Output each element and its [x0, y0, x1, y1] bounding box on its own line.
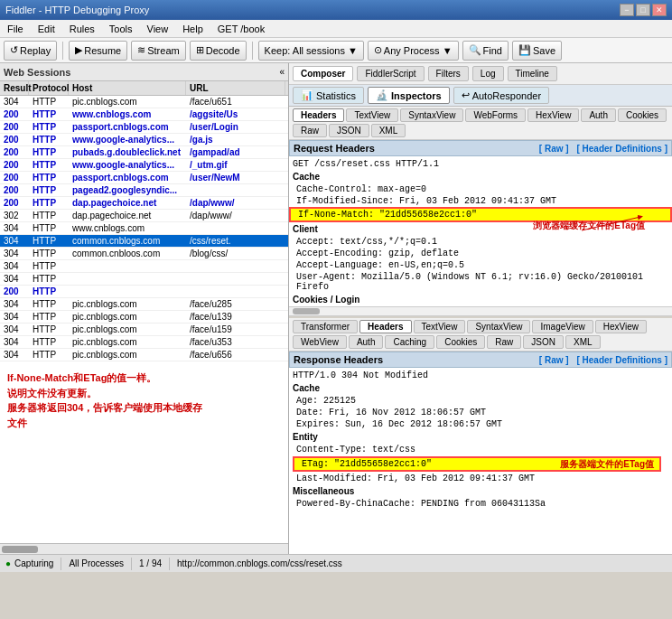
col-url-header: URL	[186, 81, 285, 95]
resp-header-def-link[interactable]: [ Header Definitions ]	[576, 355, 667, 365]
header-def-link[interactable]: [ Header Definitions ]	[576, 144, 667, 154]
stream-button[interactable]: ≋ Stream	[131, 41, 185, 61]
resp-tab-transformer[interactable]: Transformer	[293, 320, 358, 333]
menu-view[interactable]: View	[144, 23, 173, 35]
decode-button[interactable]: ⊞ Decode	[190, 41, 247, 61]
left-annotation-text: If-None-Match和ETag的值一样。 说明文件没有更新。 服务器将返回…	[7, 372, 202, 428]
tab-autoresponder[interactable]: ↩ AutoResponder	[453, 87, 549, 104]
table-row[interactable]: 304HTTPpic.cnblogs.com/face/u656	[0, 349, 288, 361]
stream-icon: ≋	[137, 44, 145, 56]
status-sep3	[169, 558, 170, 570]
table-row[interactable]: 304HTTPpic.cnblogs.com/face/u159	[0, 324, 288, 336]
url-status: http://common.cnblogs.com/css/reset.css	[177, 558, 342, 568]
resp-tab-cookies[interactable]: Cookies	[436, 335, 485, 349]
menu-help[interactable]: Help	[179, 23, 207, 35]
resp-tab-hexview[interactable]: HexView	[595, 320, 647, 333]
menubar: File Edit Rules Tools View Help GET /boo…	[0, 20, 672, 38]
resume-button[interactable]: ▶ Resume	[69, 41, 127, 61]
table-row[interactable]: 200HTTPdap.pagechoice.net/dap/www/	[0, 197, 288, 210]
table-row[interactable]: 200HTTPpubads.g.doubleclick.net/gampad/a…	[0, 146, 288, 159]
table-row[interactable]: 200HTTPpagead2.googlesyndic...	[0, 184, 288, 197]
toolbar: ↺ Replay ▶ Resume ≋ Stream ⊞ Decode Keep…	[0, 38, 672, 63]
col-host-header: Host	[69, 81, 186, 95]
table-row[interactable]: 304HTTPpic.cnblogs.com/face/u285	[0, 298, 288, 311]
keep-dropdown[interactable]: Keep: All sessions ▼	[258, 41, 364, 61]
tab-fiddlerscript[interactable]: FiddlerScript	[357, 66, 424, 81]
tab-statistics[interactable]: 📊 Statistics	[293, 87, 364, 104]
resume-label: Resume	[84, 45, 121, 56]
age-line: Age: 225125	[289, 395, 672, 407]
table-row[interactable]: 304HTTPcommon.cnblogs.com/css/reset.	[0, 235, 288, 248]
req-tab-textview[interactable]: TextView	[346, 108, 398, 122]
resp-tab-raw[interactable]: Raw	[487, 335, 521, 349]
req-tab-syntaxview[interactable]: SyntaxView	[400, 108, 463, 122]
collapse-button[interactable]: «	[279, 67, 285, 77]
cache-control-line: Cache-Control: max-age=0	[289, 183, 672, 195]
req-tab-raw[interactable]: Raw	[293, 124, 327, 137]
maximize-button[interactable]: □	[636, 4, 650, 16]
table-row[interactable]: 200HTTPwww.cnblogs.com/aggsite/Us	[0, 108, 288, 121]
resp-tab-xml[interactable]: XML	[565, 335, 601, 349]
close-button[interactable]: ✕	[652, 4, 667, 16]
resp-tab-textview[interactable]: TextView	[414, 320, 466, 333]
save-icon: 💾	[518, 44, 531, 56]
table-row[interactable]: 302HTTPdap.pagechoice.net/dap/www/	[0, 210, 288, 222]
table-row[interactable]: 200HTTPpassport.cnblogs.com/user/NewM	[0, 172, 288, 184]
table-row[interactable]: 304HTTPpic.cnblogs.com/face/u353	[0, 336, 288, 349]
web-sessions-header: Web Sessions «	[0, 63, 288, 81]
tab-filters[interactable]: Filters	[428, 66, 469, 81]
req-tab-cookies[interactable]: Cookies	[618, 108, 667, 122]
expires-line: Expires: Sun, 16 Dec 2012 18:06:57 GMT	[289, 418, 672, 430]
resp-tab-headers[interactable]: Headers	[359, 320, 411, 333]
replay-label: Replay	[20, 45, 51, 56]
req-tab-hexview[interactable]: HexView	[527, 108, 579, 122]
find-button[interactable]: 🔍 Find	[462, 41, 509, 61]
content-type-line: Content-Type: text/css	[289, 444, 672, 455]
menu-rules[interactable]: Rules	[66, 23, 98, 35]
save-button[interactable]: 💾 Save	[512, 41, 562, 61]
menu-edit[interactable]: Edit	[34, 23, 59, 35]
response-cache-header: Cache	[289, 381, 672, 395]
resp-tab-json[interactable]: JSON	[523, 335, 564, 349]
req-tab-headers[interactable]: Headers	[293, 108, 344, 122]
replay-button[interactable]: ↺ Replay	[4, 41, 57, 61]
resp-tab-imageview[interactable]: ImageView	[532, 320, 593, 333]
tab-composer[interactable]: Composer	[293, 66, 353, 81]
process-icon: ⊙	[374, 44, 382, 56]
req-tab-json[interactable]: JSON	[329, 124, 369, 137]
table-row[interactable]: 200HTTPwww.google-analytics.../_utm.gif	[0, 159, 288, 172]
table-row[interactable]: 304HTTP	[0, 273, 288, 286]
table-row[interactable]: 304HTTPpic.cnblogs.com/face/u139	[0, 311, 288, 324]
response-misc-header: Miscellaneous	[289, 484, 672, 498]
resp-tab-syntaxview[interactable]: SyntaxView	[467, 320, 530, 333]
table-row[interactable]: 304HTTP	[0, 260, 288, 273]
table-row[interactable]: 200HTTP	[0, 286, 288, 298]
menu-get-book[interactable]: GET /book	[214, 23, 268, 35]
table-row[interactable]: 304HTTPcommon.cnbloos.com/blog/css/	[0, 248, 288, 260]
tab-log[interactable]: Log	[472, 66, 504, 81]
titlebar: Fiddler - HTTP Debugging Proxy − □ ✕	[0, 0, 672, 20]
tab-timeline[interactable]: Timeline	[508, 66, 557, 81]
minimize-button[interactable]: −	[620, 4, 634, 16]
horizontal-scrollbar[interactable]	[0, 543, 288, 554]
req-tab-auth[interactable]: Auth	[581, 108, 616, 122]
tab-inspectors[interactable]: 🔬 Inspectors	[368, 87, 450, 104]
resp-raw-link[interactable]: [ Raw ]	[539, 355, 569, 365]
statistics-icon: 📊	[301, 89, 313, 101]
menu-tools[interactable]: Tools	[106, 23, 136, 35]
last-modified-line: Last-Modified: Fri, 03 Feb 2012 09:41:37…	[289, 473, 672, 484]
req-tab-webforms[interactable]: WebForms	[465, 108, 526, 122]
resp-tab-webview[interactable]: WebView	[293, 335, 347, 349]
table-row[interactable]: 200HTTPwww.google-analytics.../ga.js	[0, 134, 288, 146]
resp-tab-caching[interactable]: Caching	[385, 335, 434, 349]
table-row[interactable]: 304HTTPwww.cnblogs.com	[0, 222, 288, 235]
table-row[interactable]: 200HTTPpassport.cnblogs.com/user/Login	[0, 121, 288, 134]
raw-link[interactable]: [ Raw ]	[539, 144, 569, 154]
resp-tab-auth[interactable]: Auth	[349, 335, 384, 349]
menu-file[interactable]: File	[4, 23, 27, 35]
process-dropdown[interactable]: ⊙ Any Process ▼	[368, 41, 459, 61]
req-tab-xml[interactable]: XML	[371, 124, 406, 137]
table-row[interactable]: 304HTTPpic.cnblogs.com/face/u651	[0, 96, 288, 108]
capture-icon: ●	[5, 558, 11, 568]
req-scrollbar[interactable]	[289, 306, 672, 315]
